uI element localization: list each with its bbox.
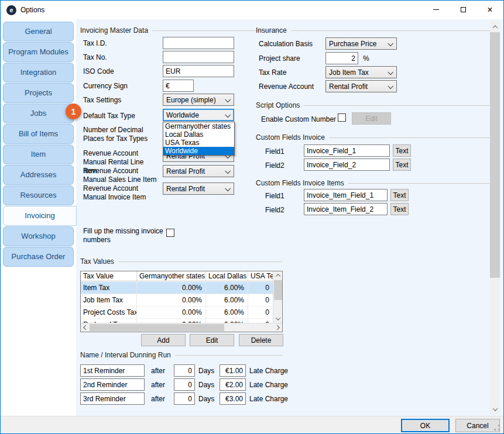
cfi-field1-input[interactable] (304, 144, 390, 157)
iso-code-input[interactable] (163, 65, 234, 77)
group-title: Custom Fields Invoice (256, 133, 325, 142)
reminder-1-name-input[interactable] (80, 364, 145, 377)
dropdown-option-local-dallas[interactable]: Local Dallas (163, 130, 234, 139)
dropdown-option-usa-texas[interactable]: USA Texas (163, 139, 234, 147)
cell-value: 0.00% (137, 306, 206, 318)
days-label: Days (198, 367, 214, 376)
options-window: e Options × General Program Modules Inte… (0, 0, 504, 434)
cfi-field1-type-button[interactable]: Text (393, 144, 411, 157)
insurance-revenue-account-combobox[interactable]: Rental Profit (325, 80, 397, 92)
reminder-3-days-input[interactable] (174, 392, 195, 405)
scroll-down-button[interactable] (273, 315, 283, 323)
combo-value: Worldwide (166, 111, 199, 119)
group-divider (175, 355, 283, 356)
group-title: Name / Interval Dunning Run (80, 351, 171, 359)
scroll-up-button[interactable] (273, 271, 283, 280)
tax-no-input[interactable] (163, 51, 234, 63)
cfi-field2-type-button[interactable]: Text (393, 159, 411, 171)
table-vertical-scrollbar[interactable] (273, 271, 282, 323)
sidebar-item-invoicing[interactable]: Invoicing (3, 206, 77, 226)
group-insurance: Insurance (256, 26, 495, 35)
tax-rate-combobox[interactable]: Job Item Tax (325, 66, 397, 78)
column-header-tax-value[interactable]: Tax Value (81, 271, 137, 281)
default-tax-type-combobox[interactable]: Worldwide (163, 109, 234, 121)
group-divider (329, 137, 495, 138)
revenue-account-invoice-combobox[interactable]: Rental Profit (163, 182, 234, 195)
currency-sign-input[interactable] (163, 80, 194, 92)
cfii-field2-input[interactable] (304, 203, 388, 215)
table-row-job-item-tax[interactable]: Job Item Tax 0.00% 6.00% 0 (81, 294, 273, 306)
group-custom-fields-invoice: Custom Fields Invoice (256, 133, 495, 142)
scroll-right-button[interactable] (274, 323, 282, 332)
tax-settings-combobox[interactable]: Europe (simple) (163, 94, 234, 106)
chevron-down-icon (276, 315, 280, 320)
group-divider (291, 30, 495, 31)
reminder-2-days-input[interactable] (174, 378, 195, 391)
cfi-field1-label: Field1 (265, 147, 284, 156)
column-header-germanyother-states[interactable]: Germanyother states (137, 271, 206, 281)
enable-custom-number-checkbox[interactable] (338, 113, 346, 122)
dropdown-option-worldwide[interactable]: Worldwide (163, 147, 234, 155)
scrollbar-thumb[interactable] (90, 324, 224, 331)
scroll-up-button[interactable] (490, 22, 500, 32)
reminder-1-days-input[interactable] (174, 364, 195, 377)
table-body: Item Tax 0.00% 6.00% 0 Job Item Tax 0.00… (81, 282, 273, 323)
resize-grip[interactable] (498, 429, 500, 430)
chevron-right-icon (275, 325, 279, 330)
chevron-down-icon (492, 406, 497, 411)
content-vertical-scrollbar[interactable] (490, 22, 500, 414)
cell-value: 0 (248, 282, 273, 294)
days-label: Days (198, 381, 214, 390)
cell-value: 0 (248, 306, 273, 318)
currency-sign-label: Currency Sign (83, 82, 128, 91)
table-row-project-costs-tax[interactable]: Project Costs Tax 0.00% 6.00% 0 (81, 306, 273, 319)
step-badge: 1 (66, 104, 81, 119)
chevron-down-icon (225, 185, 231, 191)
reminder-3-charge-input[interactable] (220, 392, 246, 405)
reminder-3-name-input[interactable] (80, 392, 145, 405)
cfi-field2-input[interactable] (304, 159, 390, 171)
group-custom-fields-invoice-items: Custom Fields Invoice Items (256, 178, 495, 187)
scrollbar-thumb[interactable] (490, 32, 500, 278)
cfii-field2-type-button[interactable]: Text (390, 203, 409, 215)
tax-no-label: Tax No. (83, 53, 107, 62)
edit-button[interactable]: Edit (190, 334, 234, 346)
cfii-field1-type-button[interactable]: Text (390, 189, 409, 201)
combo-value: Rental Profit (329, 82, 368, 91)
ok-button[interactable]: OK (401, 419, 450, 432)
script-edit-button[interactable]: Edit (352, 112, 391, 125)
combo-value: Purchase Price (329, 40, 376, 48)
chevron-down-icon (225, 97, 231, 102)
tax-id-input[interactable] (163, 37, 234, 49)
calculation-basis-combobox[interactable]: Purchase Price (325, 37, 397, 50)
cancel-button[interactable]: Cancel (455, 419, 500, 432)
reminder-2-charge-input[interactable] (220, 378, 246, 391)
revenue-account-invoice-label: Revenue Account Manual Invoice Item (83, 184, 159, 202)
cell-tax-name: Job Item Tax (81, 294, 137, 306)
reminder-2-name-input[interactable] (80, 378, 145, 391)
add-button[interactable]: Add (141, 334, 186, 346)
group-tax-values: Tax Values (80, 257, 283, 266)
column-header-local-dallas[interactable]: Local Dallas (206, 271, 248, 281)
tax-id-label: Tax I.D. (83, 39, 107, 48)
table-row-reduced-tax[interactable]: Reduced Tax 0.00% 0.00% 0 (81, 319, 273, 323)
scroll-left-button[interactable] (81, 323, 89, 332)
table-row-item-tax[interactable]: Item Tax 0.00% 6.00% 0 (81, 282, 273, 294)
cfii-field1-input[interactable] (304, 189, 388, 201)
scroll-down-button[interactable] (490, 404, 500, 414)
chevron-up-icon (492, 25, 497, 30)
delete-button[interactable]: Delete (239, 334, 283, 346)
default-tax-type-label: Default Tax Type (83, 112, 135, 120)
table-horizontal-scrollbar[interactable] (81, 323, 282, 332)
dropdown-option-germanyother-states[interactable]: Germanyother states (163, 122, 234, 130)
cell-value: 0.00% (206, 319, 248, 323)
project-share-input[interactable] (325, 52, 358, 64)
revenue-account-sales-combobox[interactable]: Rental Profit (163, 165, 234, 177)
column-header-usa-texas[interactable]: USA Texas (248, 271, 273, 281)
reminder-1-charge-input[interactable] (220, 364, 246, 377)
combo-value: Europe (simple) (166, 96, 216, 104)
cell-value: 6.00% (206, 294, 248, 306)
chevron-down-icon (388, 40, 393, 46)
fill-up-missing-checkbox[interactable] (166, 229, 174, 237)
scrollbar-thumb[interactable] (274, 280, 282, 300)
